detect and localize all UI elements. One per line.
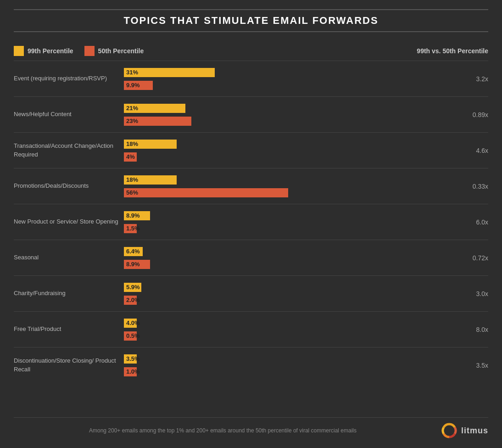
bar-50th-wrap: 0.5% [124,330,452,342]
legend-row: 99th Percentile 50th Percentile 99th vs.… [14,46,488,58]
bars-column: 31%9.9% [124,66,452,92]
bar-99th: 21% [124,104,185,113]
bar-99th: 18% [124,175,177,185]
bar-50th-wrap: 2.0% [124,295,452,306]
bar-50th-wrap: 9.9% [124,80,452,91]
litmus-logo: litmus [441,422,488,439]
chart-row: Event (requiring registration/RSVP)31%9.… [14,61,488,96]
bar-50th-wrap: 56% [124,187,452,198]
chart-row: Transactional/Account Change/Action Requ… [14,132,488,168]
legend-red-box [84,46,95,56]
bar-99th-wrap: 6.4% [124,246,452,257]
bar-50th: 4% [124,152,137,162]
bar-99th: 3.5% [124,354,137,364]
row-label: Event (requiring registration/RSVP) [14,66,124,92]
bar-50th-wrap: 23% [124,116,452,127]
ratio-value: 0.33x [452,173,488,199]
bar-99th-wrap: 8.9% [124,210,452,221]
main-container: TOPICS THAT STIMULATE EMAIL FORWARDS 99t… [0,0,502,448]
row-label: Charity/Fundraising [14,280,124,307]
ratio-value: 4.6x [452,137,488,163]
bar-99th-wrap: 3.5% [124,353,452,364]
bar-99th: 5.9% [124,283,141,292]
ratio-value: 3.5x [452,352,488,378]
bar-50th-wrap: 4% [124,151,452,162]
bar-99th: 4.0% [124,319,137,328]
bars-column: 5.9%2.0% [124,280,452,307]
bar-50th: 2.0% [124,296,137,305]
legend-left: 99th Percentile 50th Percentile [14,46,144,56]
bar-99th: 18% [124,140,177,149]
legend-comparison: 99th vs. 50th Percentile [417,47,488,55]
chart-row: Discontinuation/Store Closing/ Product R… [14,347,488,383]
bars-column: 8.9%1.5% [124,209,452,235]
legend-99th: 99th Percentile [14,46,73,56]
row-label: New Product or Service/ Store Opening [14,209,124,235]
row-label: Seasonal [14,245,124,271]
bar-99th: 6.4% [124,247,143,256]
bar-99th-wrap: 4.0% [124,318,452,329]
chart-title: TOPICS THAT STIMULATE EMAIL FORWARDS [14,9,488,32]
row-label: News/Helpful Content [14,101,124,128]
bar-99th-wrap: 21% [124,103,452,114]
ratio-value: 3.2x [452,66,488,92]
legend-gold-box [14,46,24,56]
bar-50th: 0.5% [124,331,137,341]
row-label: Transactional/Account Change/Action Requ… [14,137,124,163]
chart-row: New Product or Service/ Store Opening8.9… [14,204,488,240]
footer-text: Among 200+ emails among the top 1% and 2… [14,427,432,434]
bar-50th: 8.9% [124,260,150,269]
litmus-wheel-icon [441,422,457,439]
chart-row: Seasonal6.4%8.9%0.72x [14,240,488,275]
bar-50th-wrap: 1.0% [124,366,452,377]
chart-row: Free Trial/Product4.0%0.5%8.0x [14,311,488,347]
bar-50th: 56% [124,188,288,197]
bars-column: 21%23% [124,101,452,128]
bar-50th: 1.5% [124,224,137,233]
chart-area: Event (requiring registration/RSVP)31%9.… [14,61,488,411]
bars-column: 18%56% [124,173,452,199]
ratio-value: 3.0x [452,280,488,307]
row-label: Promotions/Deals/Discounts [14,173,124,199]
bar-99th: 31% [124,68,215,77]
legend-99th-label: 99th Percentile [28,47,73,55]
bars-column: 18%4% [124,137,452,163]
bar-99th-wrap: 31% [124,67,452,78]
legend-50th-label: 50th Percentile [98,47,144,55]
ratio-value: 8.0x [452,316,488,342]
bar-99th-wrap: 18% [124,174,452,185]
bars-column: 6.4%8.9% [124,245,452,271]
ratio-value: 0.72x [452,245,488,271]
bar-50th: 9.9% [124,81,153,90]
litmus-brand-name: litmus [461,426,488,436]
chart-row: Promotions/Deals/Discounts18%56%0.33x [14,168,488,204]
chart-row: News/Helpful Content21%23%0.89x [14,96,488,132]
bar-99th-wrap: 5.9% [124,282,452,293]
bar-50th-wrap: 8.9% [124,259,452,270]
bars-column: 4.0%0.5% [124,316,452,342]
ratio-value: 6.0x [452,209,488,235]
bars-column: 3.5%1.0% [124,352,452,378]
bar-50th: 1.0% [124,367,137,376]
ratio-value: 0.89x [452,101,488,128]
chart-row: Charity/Fundraising5.9%2.0%3.0x [14,275,488,311]
row-label: Free Trial/Product [14,316,124,342]
bar-99th-wrap: 18% [124,139,452,150]
bar-99th: 8.9% [124,211,150,220]
footer: Among 200+ emails among the top 1% and 2… [14,417,488,439]
legend-50th: 50th Percentile [84,46,144,56]
bar-50th: 23% [124,117,191,126]
bar-50th-wrap: 1.5% [124,223,452,234]
row-label: Discontinuation/Store Closing/ Product R… [14,352,124,378]
